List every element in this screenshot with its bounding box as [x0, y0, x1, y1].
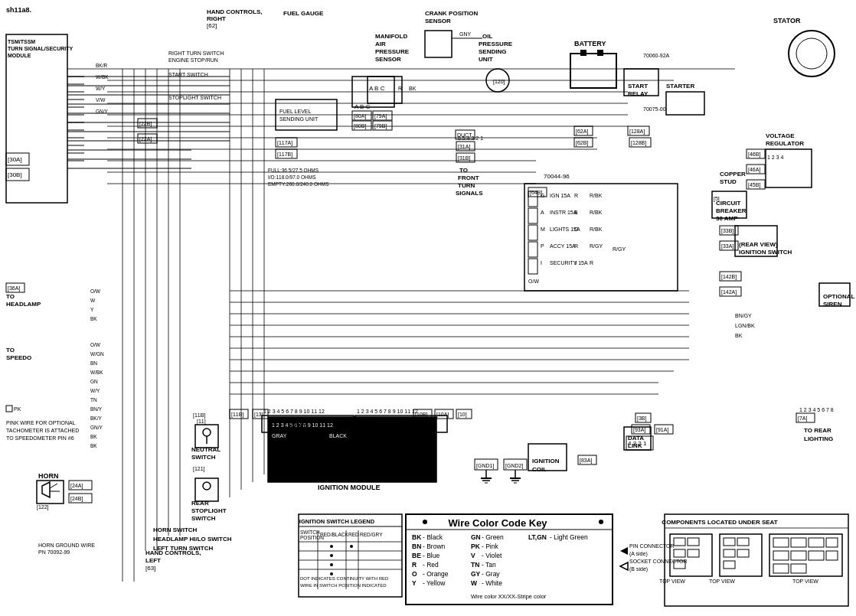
svg-text:MANIFOLD: MANIFOLD	[375, 33, 407, 40]
svg-text:1 2 3 4 5 6 7 8 9 10 11 12: 1 2 3 4 5 6 7 8 9 10 11 12	[263, 409, 325, 414]
svg-text:[128A]: [128A]	[629, 129, 645, 135]
svg-text:SECURITY 15A: SECURITY 15A	[550, 260, 588, 266]
svg-text:- Tan: - Tan	[482, 561, 496, 569]
svg-text:R: R	[574, 243, 578, 249]
svg-text:PRESSURE: PRESSURE	[375, 48, 410, 55]
svg-text:V: V	[471, 552, 475, 559]
svg-text:[62A]: [62A]	[576, 129, 588, 135]
svg-text:TO REAR: TO REAR	[804, 427, 831, 434]
svg-text:- Green: - Green	[482, 533, 504, 541]
svg-text:[30A]: [30A]	[8, 156, 22, 163]
svg-text:BN: BN	[412, 543, 421, 550]
svg-point-365	[330, 554, 333, 557]
svg-text:BN/GY: BN/GY	[735, 313, 752, 318]
svg-text:GN: GN	[90, 379, 98, 384]
svg-text:HORN GROUND WIRE: HORN GROUND WIRE	[38, 543, 95, 548]
svg-text:PIN CONNECTOR: PIN CONNECTOR	[629, 543, 675, 549]
svg-text:IGNITION SWITCH LEGEND: IGNITION SWITCH LEGEND	[299, 518, 375, 525]
svg-text:BREAKER: BREAKER	[716, 207, 747, 214]
svg-text:M: M	[541, 227, 545, 232]
svg-text:70075-00: 70075-00	[643, 106, 666, 112]
svg-point-367	[330, 572, 333, 575]
svg-text:TN: TN	[90, 397, 97, 403]
svg-text:TOP VIEW: TOP VIEW	[659, 579, 685, 584]
svg-text:- Yellow: - Yellow	[423, 579, 446, 587]
svg-text:[11B]: [11B]	[231, 412, 243, 418]
svg-text:COMPONENTS LOCATED UNDER SEAT: COMPONENTS LOCATED UNDER SEAT	[662, 519, 777, 526]
svg-text:RED/BLACK: RED/BLACK	[320, 532, 349, 537]
svg-text:(B side): (B side)	[629, 566, 648, 572]
svg-point-315	[423, 520, 427, 524]
svg-text:[142A]: [142A]	[721, 289, 737, 295]
svg-text:HORN: HORN	[38, 472, 59, 480]
svg-text:[93A]: [93A]	[633, 427, 645, 433]
svg-text:TSM/TSSM: TSM/TSSM	[8, 39, 35, 44]
svg-text:IGNITION MODULE: IGNITION MODULE	[318, 484, 381, 491]
svg-text:[10]: [10]	[458, 412, 467, 418]
svg-text:GY: GY	[471, 570, 481, 578]
svg-text:WIRE IN SWITCH POSITION INDICA: WIRE IN SWITCH POSITION INDICATED	[300, 583, 387, 588]
svg-text:W/BK: W/BK	[90, 370, 103, 375]
svg-text:TO: TO	[459, 167, 468, 174]
svg-text:- Pink: - Pink	[482, 543, 498, 550]
svg-text:O/W: O/W	[90, 288, 101, 294]
svg-text:IGN 15A: IGN 15A	[550, 193, 570, 198]
svg-text:BLACK: BLACK	[329, 433, 347, 438]
svg-text:[64B]: [64B]	[530, 190, 542, 196]
svg-text:STUD: STUD	[720, 178, 737, 185]
svg-text:START: START	[628, 83, 648, 90]
svg-text:SENDING UNIT: SENDING UNIT	[279, 116, 319, 122]
svg-text:W: W	[471, 579, 478, 587]
svg-text:[62B]: [62B]	[576, 140, 588, 146]
svg-text:BLACK: BLACK	[383, 422, 403, 429]
svg-text:[117A]: [117A]	[277, 140, 292, 146]
svg-text:J: J	[574, 260, 577, 266]
svg-text:HORN SWITCH: HORN SWITCH	[153, 526, 198, 533]
svg-text:STOPLIGHT: STOPLIGHT	[191, 507, 227, 514]
svg-text:4 3 2 1: 4 3 2 1	[628, 440, 647, 447]
svg-text:[142B]: [142B]	[721, 274, 737, 280]
svg-text:BE: BE	[412, 552, 421, 559]
svg-text:1 2 3 4 5 6 7 8 9 10 11 12: 1 2 3 4 5 6 7 8 9 10 11 12	[357, 409, 418, 414]
svg-text:TN: TN	[471, 561, 479, 569]
svg-text:GN: GN	[471, 533, 481, 541]
svg-text:Wire color XX/XX-Stripe color: Wire color XX/XX-Stripe color	[471, 593, 547, 600]
page-title: sh11a8.	[6, 6, 31, 14]
svg-text:- White: - White	[482, 579, 502, 587]
svg-text:REGULATOR: REGULATOR	[766, 140, 804, 147]
svg-text:[33A]: [33A]	[721, 243, 733, 249]
svg-text:COIL: COIL	[532, 466, 547, 473]
svg-text:CRANK POSITION: CRANK POSITION	[425, 10, 479, 17]
svg-text:AIR: AIR	[375, 41, 386, 47]
svg-text:SOCKET CONNECTOR: SOCKET CONNECTOR	[629, 559, 688, 564]
svg-point-363	[330, 545, 333, 548]
svg-text:- Blue: - Blue	[423, 552, 439, 559]
svg-text:I/O:118.0/97.0 OHMS: I/O:118.0/97.0 OHMS	[268, 174, 316, 180]
svg-text:IGNITION: IGNITION	[532, 458, 560, 464]
svg-text:Y: Y	[90, 307, 94, 312]
svg-text:70060-92A: 70060-92A	[643, 53, 670, 58]
svg-text:TO SPEEDOMETER PIN #6: TO SPEEDOMETER PIN #6	[6, 435, 74, 441]
svg-text:TO: TO	[6, 347, 15, 354]
svg-text:BK: BK	[735, 333, 743, 338]
svg-text:SENSOR: SENSOR	[425, 18, 451, 24]
svg-text:[3B]: [3B]	[637, 416, 647, 422]
svg-text:PK: PK	[14, 406, 21, 412]
svg-text:STOPLIGHT SWITCH: STOPLIGHT SWITCH	[168, 95, 221, 100]
svg-text:[117B]: [117B]	[277, 152, 292, 158]
svg-text:PRESSURE: PRESSURE	[479, 41, 513, 47]
svg-text:W/GN: W/GN	[90, 351, 104, 357]
svg-text:ENGINE STOP/RUN: ENGINE STOP/RUN	[168, 57, 218, 63]
svg-text:- Brown: - Brown	[423, 543, 446, 550]
svg-text:[7A]: [7A]	[798, 416, 808, 422]
svg-text:HEADLAMP HI/LO SWITCH: HEADLAMP HI/LO SWITCH	[153, 536, 232, 543]
svg-text:(REAR VIEW): (REAR VIEW)	[739, 241, 778, 248]
svg-text:V/W: V/W	[96, 97, 106, 103]
svg-text:LEFT TURN SWITCH: LEFT TURN SWITCH	[153, 545, 213, 552]
svg-text:[120]: [120]	[493, 79, 505, 85]
svg-text:[GND1]: [GND1]	[476, 463, 494, 469]
svg-text:R: R	[398, 86, 402, 91]
svg-text:RED/GRY: RED/GRY	[360, 532, 383, 537]
svg-text:R/BK: R/BK	[590, 210, 603, 215]
svg-text:R: R	[574, 193, 578, 198]
